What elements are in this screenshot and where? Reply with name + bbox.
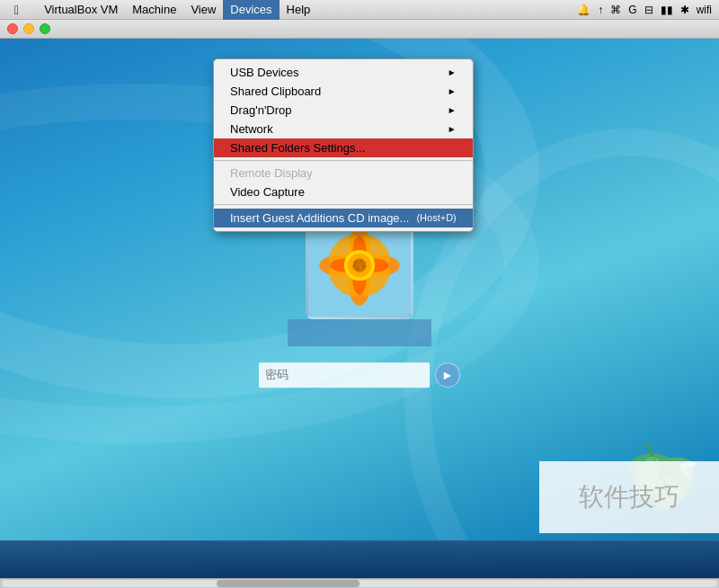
menu-item-network[interactable]: Network ► <box>214 120 473 138</box>
vm-title-bar <box>0 20 719 39</box>
minimize-button[interactable] <box>23 23 34 34</box>
maximize-button[interactable] <box>40 23 50 34</box>
menu-item-video-capture[interactable]: Video Capture <box>214 183 473 201</box>
menubar-machine[interactable]: Machine <box>125 0 183 20</box>
svg-point-21 <box>355 261 358 263</box>
menu-item-shared-folders-label: Shared Folders Settings... <box>230 141 365 155</box>
svg-point-23 <box>362 264 365 267</box>
menu-item-remote-display: Remote Display <box>214 164 473 183</box>
insert-guest-shortcut: (Host+D) <box>416 212 456 223</box>
menu-item-usb-devices-label: USB Devices <box>230 66 299 79</box>
win7-desktop: ► 软件技巧 USB Devices ► Shared Clipboard <box>0 39 719 578</box>
svg-point-22 <box>360 260 362 263</box>
watermark: 软件技巧 <box>539 461 719 533</box>
menubar-devices[interactable]: Devices <box>223 0 279 20</box>
app-container:  VirtualBox VM Machine View Devices Hel… <box>0 0 719 588</box>
menu-item-video-capture-label: Video Capture <box>230 185 305 199</box>
devices-menu: USB Devices ► Shared Clipboard ► Drag'n'… <box>213 58 474 232</box>
menubar-right: 🔔 ↑ ⌘ G ⊟ ▮▮ ✱ wifi <box>577 4 712 16</box>
menu-separator-1 <box>214 160 473 161</box>
bluetooth-icon: ✱ <box>680 4 689 16</box>
password-submit-button[interactable]: ► <box>435 362 460 388</box>
network-arrow: ► <box>448 124 457 134</box>
menu-item-shared-folders[interactable]: Shared Folders Settings... <box>214 138 473 157</box>
notification-icon[interactable]: 🔔 <box>577 4 590 16</box>
svg-point-25 <box>353 264 356 267</box>
scrollbar-thumb[interactable] <box>217 580 360 587</box>
win7-taskbar <box>0 540 719 578</box>
lock-screen: ► <box>259 211 460 388</box>
scrollbar-track[interactable] <box>2 580 717 587</box>
bottom-scrollbar[interactable] <box>0 578 719 588</box>
svg-point-24 <box>357 267 360 270</box>
display-icon: ⊟ <box>644 4 653 16</box>
usb-devices-arrow: ► <box>448 67 457 77</box>
apple-menu[interactable]:  <box>7 0 26 20</box>
cmd-icon: ⌘ <box>610 4 621 16</box>
dragndrop-arrow: ► <box>448 105 457 115</box>
vm-frame: ► 软件技巧 USB Devices ► Shared Clipboard <box>0 20 719 588</box>
shared-clipboard-arrow: ► <box>448 86 457 96</box>
battery-icon: ▮▮ <box>661 4 673 16</box>
menubar-help[interactable]: Help <box>280 0 318 20</box>
menu-separator-2 <box>214 204 473 205</box>
menubar-view[interactable]: View <box>183 0 223 20</box>
menu-item-shared-clipboard-label: Shared Clipboard <box>230 85 321 98</box>
traffic-lights <box>7 23 50 34</box>
menu-item-shared-clipboard[interactable]: Shared Clipboard ► <box>214 82 473 101</box>
menu-item-remote-display-label: Remote Display <box>230 166 313 180</box>
menubar-virtualboxvm[interactable]: VirtualBox VM <box>37 0 125 20</box>
menu-item-insert-guest-additions-label: Insert Guest Additions CD image... <box>230 211 409 225</box>
g-icon: G <box>628 4 636 16</box>
menu-item-insert-guest-additions[interactable]: Insert Guest Additions CD image... (Host… <box>214 209 473 227</box>
username-bar <box>288 319 431 346</box>
close-button[interactable] <box>7 23 18 34</box>
menu-item-network-label: Network <box>230 122 273 136</box>
password-input[interactable] <box>259 362 430 388</box>
menu-item-dragndrop-label: Drag'n'Drop <box>230 103 292 117</box>
menu-item-dragndrop[interactable]: Drag'n'Drop ► <box>214 101 473 120</box>
arrow-icon: ↑ <box>598 4 603 16</box>
password-row: ► <box>259 362 460 388</box>
wifi-icon[interactable]: wifi <box>697 4 712 16</box>
menubar:  VirtualBox VM Machine View Devices Hel… <box>0 0 719 20</box>
menubar-left:  VirtualBox VM Machine View Devices Hel… <box>7 0 317 20</box>
menu-item-usb-devices[interactable]: USB Devices ► <box>214 63 473 82</box>
